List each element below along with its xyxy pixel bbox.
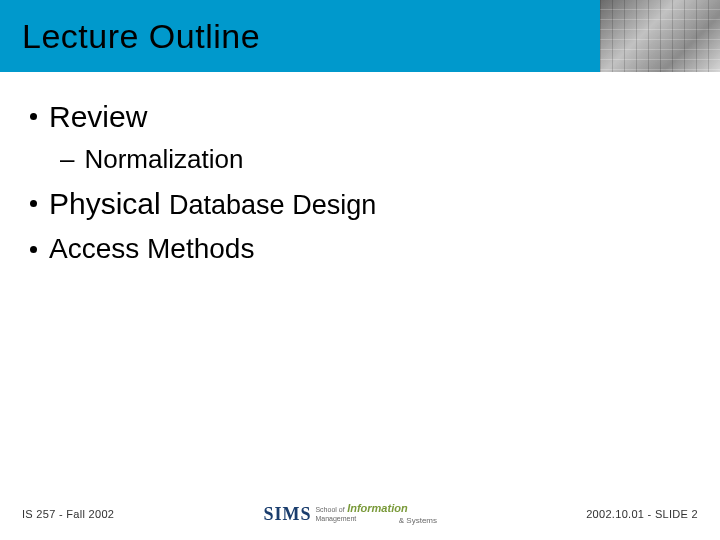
slide-title: Lecture Outline <box>0 17 260 56</box>
bullet-dot-icon <box>30 113 37 120</box>
sub-bullet-text: Normalization <box>84 144 243 175</box>
slide-footer: IS 257 - Fall 2002 SIMS School of Inform… <box>0 500 720 528</box>
slide-content: Review – Normalization Physical Database… <box>0 72 720 540</box>
bullet-text: Review <box>49 100 147 134</box>
footer-right-text: 2002.10.01 - SLIDE 2 <box>586 508 698 520</box>
sub-bullet-list: – Normalization <box>60 144 696 175</box>
bullet-dot-icon <box>30 200 37 207</box>
sims-wordmark: SIMS <box>263 504 311 525</box>
bullet-dot-icon <box>30 246 37 253</box>
sims-subtext: School of Information Management & Syste… <box>315 503 437 525</box>
footer-left-text: IS 257 - Fall 2002 <box>22 508 114 520</box>
header-decorative-image <box>600 0 720 72</box>
dash-icon: – <box>60 144 74 175</box>
bullet-item: Access Methods <box>24 233 696 265</box>
slide: Lecture Outline Review – Normalization <box>0 0 720 540</box>
bullet-item: Physical Database Design <box>24 187 696 221</box>
bullet-text: Physical Database Design <box>49 187 376 221</box>
bullet-list: Review – Normalization Physical Database… <box>24 100 696 265</box>
footer-logo: SIMS School of Information Management & … <box>263 503 437 525</box>
bullet-text: Access Methods <box>49 233 254 265</box>
slide-header: Lecture Outline <box>0 0 720 72</box>
sub-bullet-item: – Normalization <box>60 144 696 175</box>
bullet-item: Review – Normalization <box>24 100 696 175</box>
